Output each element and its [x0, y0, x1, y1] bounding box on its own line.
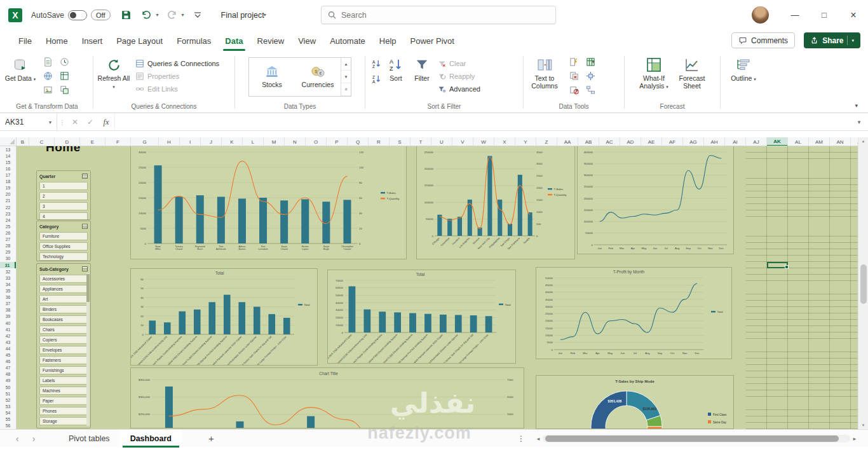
row-header-15[interactable]: 15	[0, 159, 16, 165]
chart-total-sales-by-product[interactable]: Total01000020000300004000050000600007000…	[327, 270, 516, 364]
scroll-up-icon[interactable]: ▴	[862, 139, 865, 144]
row-header-56[interactable]: 56	[0, 423, 16, 429]
multi-select-icon[interactable]	[82, 224, 88, 229]
advanced-filter-button[interactable]: Advanced	[438, 83, 480, 95]
column-header-AF[interactable]: AF	[662, 137, 683, 146]
formula-input[interactable]	[114, 114, 850, 130]
undo-chevron-icon[interactable]: ▾	[156, 12, 159, 18]
row-header-34[interactable]: 34	[0, 281, 16, 287]
row-header-40[interactable]: 40	[0, 320, 16, 326]
row-header-17[interactable]: 17	[0, 172, 16, 178]
vertical-scrollbar[interactable]: ▴ ▾	[858, 137, 868, 429]
slicer-item-bookcases[interactable]: Bookcases	[39, 315, 88, 324]
manage-data-model-icon[interactable]: ▾	[583, 55, 598, 68]
sheet-tab-pivot-tables[interactable]: Pivot tables	[58, 430, 120, 448]
selected-cell-AK31[interactable]	[767, 262, 788, 268]
row-header-50[interactable]: 50	[0, 384, 16, 390]
from-picture-icon[interactable]	[40, 83, 55, 96]
undo-icon[interactable]	[140, 8, 154, 22]
slicer-item-copiers[interactable]: Copiers	[39, 336, 88, 344]
tab-file[interactable]: File	[11, 32, 39, 51]
column-header-V[interactable]: V	[452, 137, 473, 146]
slicer-item-technology[interactable]: Technology	[39, 252, 88, 261]
row-header-54[interactable]: 54	[0, 409, 16, 416]
column-header-Z[interactable]: Z	[536, 137, 557, 146]
row-header-22[interactable]: 22	[0, 204, 16, 210]
scroll-left-icon[interactable]: ◂	[534, 435, 543, 442]
column-header-C[interactable]: C	[29, 137, 55, 146]
forecast-sheet-button[interactable]: Forecast Sheet	[674, 55, 710, 90]
filter-button[interactable]: Filter	[409, 55, 435, 83]
scroll-right-icon[interactable]: ▸	[850, 435, 859, 442]
from-text-csv-icon[interactable]	[40, 55, 55, 68]
slicer-scrollbar[interactable]	[86, 273, 90, 426]
vertical-scrollbar-thumb[interactable]	[860, 264, 867, 304]
row-header-31[interactable]: 31	[0, 262, 16, 268]
select-all-corner[interactable]	[0, 137, 17, 146]
row-header-32[interactable]: 32	[0, 268, 16, 275]
tab-home[interactable]: Home	[39, 32, 75, 51]
slicer-item-appliances[interactable]: Appliances	[39, 285, 88, 293]
sheet-tab-dashboard[interactable]: Dashboard	[120, 430, 182, 448]
slicer-item-office-supplies[interactable]: Office Supplies	[39, 242, 88, 250]
column-header-AH[interactable]: AH	[704, 137, 725, 146]
tab-formulas[interactable]: Formulas	[170, 32, 218, 51]
slicer-item-paper[interactable]: Paper	[39, 397, 88, 405]
reapply-filter-button[interactable]: Reapply	[438, 70, 480, 83]
row-header-53[interactable]: 53	[0, 403, 16, 409]
column-header-S[interactable]: S	[390, 137, 410, 146]
column-header-K[interactable]: K	[222, 137, 243, 146]
row-header-44[interactable]: 44	[0, 345, 16, 352]
row-header-25[interactable]: 25	[0, 223, 16, 229]
tab-data[interactable]: Data	[218, 32, 250, 51]
column-header-AB[interactable]: AB	[578, 137, 599, 146]
text-to-columns-button[interactable]: Text to Columns	[526, 55, 563, 90]
scroll-down-icon[interactable]: ▾	[862, 423, 865, 428]
outline-button[interactable]: Outline ▾	[726, 55, 761, 83]
multi-select-icon[interactable]	[82, 174, 88, 179]
chart-sales-by-ship-mode-donut[interactable]: T-Sales by Ship Mode$351,428$128,963Firs…	[536, 375, 734, 429]
row-header-35[interactable]: 35	[0, 287, 16, 294]
enter-icon[interactable]: ✓	[83, 118, 98, 127]
column-header-E[interactable]: E	[80, 137, 105, 146]
slicer-item-fasteners[interactable]: Fasteners	[39, 356, 88, 364]
get-data-button[interactable]: Get Data ▾	[4, 55, 37, 83]
tab-power-pivot[interactable]: Power Pivot	[403, 32, 461, 51]
row-header-52[interactable]: 52	[0, 397, 16, 403]
row-header-33[interactable]: 33	[0, 275, 16, 281]
row-header-55[interactable]: 55	[0, 416, 16, 423]
queries-connections-button[interactable]: Queries & Connections	[135, 57, 219, 70]
currencies-tile[interactable]: $€ Currencies	[295, 58, 341, 96]
row-header-27[interactable]: 27	[0, 236, 16, 243]
close-button[interactable]: ×	[839, 0, 868, 30]
remove-duplicates-icon[interactable]	[566, 69, 581, 82]
column-header-AA[interactable]: AA	[557, 137, 578, 146]
multi-select-icon[interactable]	[82, 266, 88, 271]
column-header-M[interactable]: M	[264, 137, 285, 146]
clear-filter-button[interactable]: Clear	[438, 57, 480, 70]
customize-qat-icon[interactable]	[191, 8, 205, 22]
slicer-item-machines[interactable]: Machines	[39, 387, 88, 395]
column-header-AK[interactable]: AK	[767, 137, 788, 146]
sort-descending-icon[interactable]: ZA	[368, 72, 383, 85]
row-header-24[interactable]: 24	[0, 217, 16, 223]
row-header-37[interactable]: 37	[0, 301, 16, 307]
excel-logo-icon[interactable]: X	[8, 8, 22, 22]
column-header-T[interactable]: T	[410, 137, 431, 146]
minimize-button[interactable]: —	[780, 0, 810, 30]
chart-sales-quantity-by-customer[interactable]: 0500010000150002000025000300000204060801…	[130, 146, 407, 259]
column-header-AE[interactable]: AE	[641, 137, 662, 146]
column-header-W[interactable]: W	[473, 137, 494, 146]
row-header-23[interactable]: 23	[0, 210, 16, 217]
sheet-nav-prev-icon[interactable]: ‹	[9, 434, 25, 444]
chart-total-quantity-by-product[interactable]: Total0102030405060Canon imageCLASS 2200 …	[130, 268, 318, 366]
column-header-B[interactable]: B	[17, 137, 29, 146]
tab-review[interactable]: Review	[250, 32, 292, 51]
row-header-21[interactable]: 21	[0, 198, 16, 204]
column-header-Y[interactable]: Y	[515, 137, 536, 146]
tab-automate[interactable]: Automate	[323, 32, 372, 51]
gallery-more-icon[interactable]: ≡	[341, 83, 351, 96]
from-web-icon[interactable]	[40, 69, 55, 82]
column-header-N[interactable]: N	[285, 137, 306, 146]
row-header-30[interactable]: 30	[0, 256, 16, 262]
